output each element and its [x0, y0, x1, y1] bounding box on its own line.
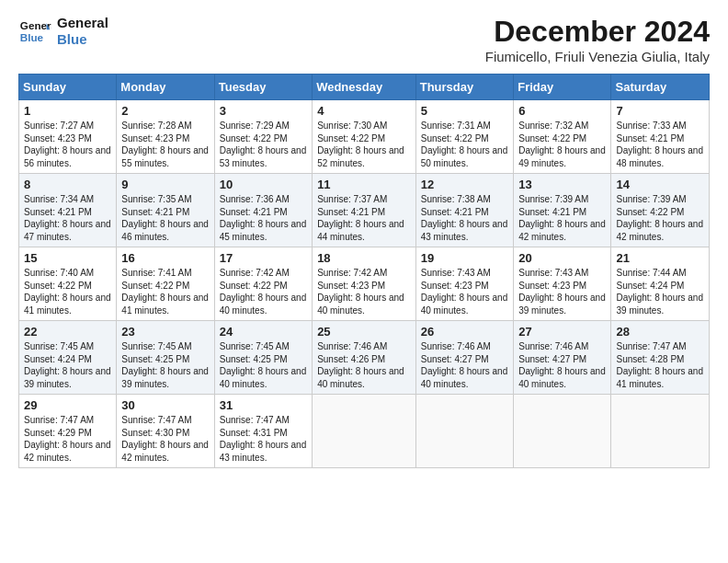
table-row: 30Sunrise: 7:47 AMSunset: 4:30 PMDayligh…: [117, 395, 214, 468]
page-header: General Blue General Blue December 2024 …: [18, 15, 710, 64]
table-row: 25Sunrise: 7:46 AMSunset: 4:26 PMDayligh…: [313, 321, 416, 395]
day-info: Sunrise: 7:44 AMSunset: 4:24 PMDaylight:…: [616, 267, 704, 316]
day-number: 11: [317, 178, 411, 191]
day-info: Sunrise: 7:42 AMSunset: 4:23 PMDaylight:…: [317, 267, 411, 316]
table-row: 23Sunrise: 7:45 AMSunset: 4:25 PMDayligh…: [117, 321, 214, 395]
day-number: 10: [220, 178, 307, 191]
day-info: Sunrise: 7:36 AMSunset: 4:21 PMDaylight:…: [220, 193, 307, 243]
table-row: 10Sunrise: 7:36 AMSunset: 4:21 PMDayligh…: [214, 174, 312, 247]
table-row: 2Sunrise: 7:28 AMSunset: 4:23 PMDaylight…: [117, 100, 214, 174]
table-row: 14Sunrise: 7:39 AMSunset: 4:22 PMDayligh…: [611, 174, 710, 247]
day-info: Sunrise: 7:33 AMSunset: 4:21 PMDaylight:…: [616, 120, 704, 169]
table-row: 8Sunrise: 7:34 AMSunset: 4:21 PMDaylight…: [19, 174, 117, 247]
header-saturday: Saturday: [611, 75, 710, 100]
header-sunday: Sunday: [19, 75, 117, 100]
day-info: Sunrise: 7:27 AMSunset: 4:23 PMDaylight:…: [24, 120, 111, 169]
day-info: Sunrise: 7:46 AMSunset: 4:26 PMDaylight:…: [317, 340, 411, 390]
table-row: 20Sunrise: 7:43 AMSunset: 4:23 PMDayligh…: [514, 247, 611, 321]
table-row: 27Sunrise: 7:46 AMSunset: 4:27 PMDayligh…: [514, 321, 611, 395]
day-info: Sunrise: 7:47 AMSunset: 4:28 PMDaylight:…: [616, 340, 704, 390]
table-row: 4Sunrise: 7:30 AMSunset: 4:22 PMDaylight…: [313, 100, 416, 174]
table-row: 16Sunrise: 7:41 AMSunset: 4:22 PMDayligh…: [117, 247, 214, 321]
table-row: 29Sunrise: 7:47 AMSunset: 4:29 PMDayligh…: [19, 395, 117, 468]
logo-name: General: [57, 15, 108, 31]
table-row: 24Sunrise: 7:45 AMSunset: 4:25 PMDayligh…: [214, 321, 312, 395]
calendar-week-row: 22Sunrise: 7:45 AMSunset: 4:24 PMDayligh…: [19, 321, 710, 395]
table-row: 6Sunrise: 7:32 AMSunset: 4:22 PMDaylight…: [514, 100, 611, 174]
day-number: 25: [317, 325, 411, 339]
table-row: 5Sunrise: 7:31 AMSunset: 4:22 PMDaylight…: [415, 100, 514, 174]
logo-name-blue: Blue: [57, 31, 108, 48]
table-row: 11Sunrise: 7:37 AMSunset: 4:21 PMDayligh…: [313, 174, 416, 247]
day-info: Sunrise: 7:46 AMSunset: 4:27 PMDaylight:…: [518, 340, 606, 390]
day-info: Sunrise: 7:43 AMSunset: 4:23 PMDaylight:…: [421, 267, 509, 316]
day-info: Sunrise: 7:28 AMSunset: 4:23 PMDaylight:…: [121, 120, 209, 169]
day-number: 26: [421, 325, 509, 339]
header-wednesday: Wednesday: [313, 75, 416, 100]
day-number: 15: [24, 251, 111, 265]
day-number: 12: [421, 178, 509, 191]
day-number: 1: [24, 104, 111, 118]
day-info: Sunrise: 7:31 AMSunset: 4:22 PMDaylight:…: [421, 120, 509, 169]
day-number: 24: [220, 325, 307, 339]
day-info: Sunrise: 7:43 AMSunset: 4:23 PMDaylight:…: [518, 267, 606, 316]
day-info: Sunrise: 7:38 AMSunset: 4:21 PMDaylight:…: [421, 193, 509, 243]
page-subtitle: Fiumicello, Friuli Venezia Giulia, Italy: [485, 49, 710, 64]
day-info: Sunrise: 7:46 AMSunset: 4:27 PMDaylight:…: [421, 340, 509, 390]
table-row: 15Sunrise: 7:40 AMSunset: 4:22 PMDayligh…: [19, 247, 117, 321]
day-info: Sunrise: 7:30 AMSunset: 4:22 PMDaylight:…: [317, 120, 411, 169]
table-row: 1Sunrise: 7:27 AMSunset: 4:23 PMDaylight…: [19, 100, 117, 174]
table-row: 18Sunrise: 7:42 AMSunset: 4:23 PMDayligh…: [313, 247, 416, 321]
day-info: Sunrise: 7:47 AMSunset: 4:31 PMDaylight:…: [220, 414, 307, 464]
table-row: 17Sunrise: 7:42 AMSunset: 4:22 PMDayligh…: [214, 247, 312, 321]
calendar-week-row: 29Sunrise: 7:47 AMSunset: 4:29 PMDayligh…: [19, 395, 710, 468]
day-number: 9: [121, 178, 209, 191]
header-monday: Monday: [117, 75, 214, 100]
day-number: 18: [317, 251, 411, 265]
table-row: 12Sunrise: 7:38 AMSunset: 4:21 PMDayligh…: [415, 174, 514, 247]
table-row: 22Sunrise: 7:45 AMSunset: 4:24 PMDayligh…: [19, 321, 117, 395]
page-title: December 2024: [485, 15, 710, 49]
day-number: 27: [518, 325, 606, 339]
table-row: 3Sunrise: 7:29 AMSunset: 4:22 PMDaylight…: [214, 100, 312, 174]
day-info: Sunrise: 7:32 AMSunset: 4:22 PMDaylight:…: [518, 120, 606, 169]
table-row: 7Sunrise: 7:33 AMSunset: 4:21 PMDaylight…: [611, 100, 710, 174]
day-number: 7: [616, 104, 704, 118]
table-row: [514, 395, 611, 468]
day-info: Sunrise: 7:45 AMSunset: 4:25 PMDaylight:…: [121, 340, 209, 390]
day-number: 5: [421, 104, 509, 118]
day-info: Sunrise: 7:39 AMSunset: 4:22 PMDaylight:…: [616, 193, 704, 243]
table-row: 9Sunrise: 7:35 AMSunset: 4:21 PMDaylight…: [117, 174, 214, 247]
day-info: Sunrise: 7:47 AMSunset: 4:29 PMDaylight:…: [24, 414, 111, 464]
calendar-week-row: 15Sunrise: 7:40 AMSunset: 4:22 PMDayligh…: [19, 247, 710, 321]
day-info: Sunrise: 7:29 AMSunset: 4:22 PMDaylight:…: [220, 120, 307, 169]
table-row: 19Sunrise: 7:43 AMSunset: 4:23 PMDayligh…: [415, 247, 514, 321]
calendar-table: Sunday Monday Tuesday Wednesday Thursday…: [18, 74, 710, 468]
day-number: 23: [121, 325, 209, 339]
day-info: Sunrise: 7:45 AMSunset: 4:25 PMDaylight:…: [220, 340, 307, 390]
calendar-header-row: Sunday Monday Tuesday Wednesday Thursday…: [19, 75, 710, 100]
table-row: [313, 395, 416, 468]
day-info: Sunrise: 7:41 AMSunset: 4:22 PMDaylight:…: [121, 267, 209, 316]
day-number: 4: [317, 104, 411, 118]
day-number: 19: [421, 251, 509, 265]
table-row: [611, 395, 710, 468]
day-number: 14: [616, 178, 704, 191]
table-row: [415, 395, 514, 468]
day-info: Sunrise: 7:40 AMSunset: 4:22 PMDaylight:…: [24, 267, 111, 316]
day-number: 3: [220, 104, 307, 118]
svg-text:Blue: Blue: [20, 31, 44, 43]
day-info: Sunrise: 7:39 AMSunset: 4:21 PMDaylight:…: [518, 193, 606, 243]
day-number: 22: [24, 325, 111, 339]
table-row: 26Sunrise: 7:46 AMSunset: 4:27 PMDayligh…: [415, 321, 514, 395]
table-row: 21Sunrise: 7:44 AMSunset: 4:24 PMDayligh…: [611, 247, 710, 321]
logo-icon: General Blue: [18, 15, 51, 48]
day-info: Sunrise: 7:47 AMSunset: 4:30 PMDaylight:…: [121, 414, 209, 464]
day-number: 2: [121, 104, 209, 118]
day-info: Sunrise: 7:45 AMSunset: 4:24 PMDaylight:…: [24, 340, 111, 390]
day-info: Sunrise: 7:42 AMSunset: 4:22 PMDaylight:…: [220, 267, 307, 316]
day-number: 13: [518, 178, 606, 191]
logo: General Blue General Blue: [18, 15, 108, 48]
header-tuesday: Tuesday: [214, 75, 312, 100]
day-info: Sunrise: 7:35 AMSunset: 4:21 PMDaylight:…: [121, 193, 209, 243]
